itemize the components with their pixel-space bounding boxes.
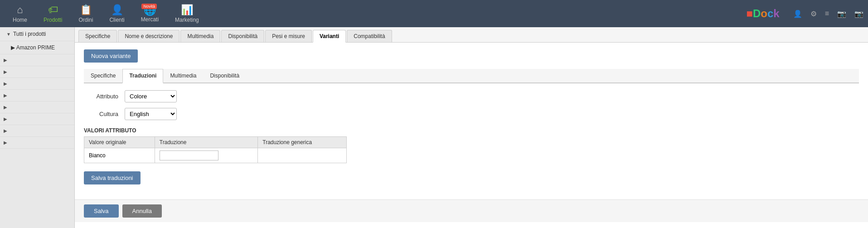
inner-tab-multimedia[interactable]: Multimedia — [163, 69, 203, 82]
clienti-icon: 👤 — [111, 4, 123, 16]
nav-prodotti-label: Prodotti — [44, 17, 62, 23]
attributo-row: Attributo Colore — [84, 90, 859, 102]
marketing-icon: 📊 — [181, 4, 193, 16]
sidebar-expand-4[interactable]: ▶ — [0, 90, 74, 102]
nav-home[interactable]: ⌂ Home — [5, 0, 35, 27]
logo-bullet: ■ — [746, 7, 753, 20]
app-logo: ■ D o c k — [746, 7, 779, 20]
nuova-variante-button[interactable]: Nuova variante — [84, 49, 138, 63]
traduzione-generica-cell — [258, 148, 347, 163]
cultura-select[interactable]: English Italiano Français Deutsch Españo… — [125, 108, 177, 120]
camera-icon[interactable]: 📷 — [837, 10, 846, 18]
chevron-down-icon: ▼ — [6, 32, 11, 37]
attributo-select[interactable]: Colore — [125, 90, 177, 102]
valori-title: VALORI ATTRIBUTO — [84, 127, 859, 134]
expand-arrow-8: ▶ — [4, 140, 7, 145]
col-valore-originale: Valore originale — [84, 137, 155, 148]
sidebar-expand-7[interactable]: ▶ — [0, 125, 74, 137]
screenshot-icon[interactable]: 📷 — [854, 10, 863, 18]
nav-mercati-label: Mercati — [141, 16, 159, 23]
col-traduzione: Traduzione — [155, 137, 257, 148]
sidebar-main-label: Tutti i prodotti — [13, 31, 46, 37]
menu-icon[interactable]: ≡ — [825, 10, 829, 18]
inner-tab-traduzioni[interactable]: Traduzioni — [122, 69, 163, 83]
annulla-button[interactable]: Annulla — [122, 204, 162, 218]
user-icon[interactable]: 👤 — [793, 10, 802, 18]
top-navigation: ⌂ Home 🏷 Prodotti 📋 Ordini 👤 Clienti 🌐 N… — [0, 0, 868, 27]
sidebar-item-tutti-prodotti[interactable]: ▼ Tutti i prodotti — [0, 27, 74, 41]
form-area: Nuova variante Specifiche Traduzioni Mul… — [75, 43, 868, 199]
top-nav-icons: 👤 ⚙ ≡ 📷 📷 — [793, 10, 863, 18]
valore-originale-cell: Bianco — [84, 148, 155, 163]
tab-varianti[interactable]: Varianti — [313, 30, 346, 43]
nav-marketing-label: Marketing — [175, 17, 199, 23]
sidebar-expand-5[interactable]: ▶ — [0, 102, 74, 113]
expand-arrow-4: ▶ — [4, 93, 7, 98]
expand-arrow-7: ▶ — [4, 128, 7, 133]
tab-compatibilita[interactable]: Compatibilità — [347, 30, 392, 42]
valori-table-body: Bianco — [84, 148, 347, 163]
nav-ordini-label: Ordini — [78, 17, 93, 23]
tab-nome-descrizione[interactable]: Nome e descrizione — [118, 30, 179, 42]
sidebar-sub-label: Amazon PRIME — [16, 44, 55, 51]
cultura-row: Cultura English Italiano Français Deutsc… — [84, 108, 859, 120]
valori-table: Valore originale Traduzione Traduzione g… — [84, 136, 347, 163]
valori-section: VALORI ATTRIBUTO Valore originale Traduz… — [84, 127, 859, 193]
sidebar-expand-2[interactable]: ▶ — [0, 66, 74, 78]
valori-table-header: Valore originale Traduzione Traduzione g… — [84, 137, 347, 148]
sidebar-expand-3[interactable]: ▶ — [0, 78, 74, 90]
inner-tab-specifiche[interactable]: Specifiche — [84, 69, 122, 82]
expand-arrow-6: ▶ — [4, 116, 7, 121]
salva-traduzioni-button[interactable]: Salva traduzioni — [84, 171, 141, 184]
nav-clienti-label: Clienti — [109, 17, 124, 23]
logo-c: c — [767, 7, 773, 20]
logo-d: D — [753, 7, 761, 20]
bottom-buttons: Salva Annulla — [75, 199, 868, 222]
inner-tab-disponibilita[interactable]: Disponibilità — [203, 69, 246, 82]
cultura-label: Cultura — [84, 111, 125, 117]
tabs-row: Specifiche Nome e descrizione Multimedia… — [75, 27, 868, 43]
sidebar-expand-8[interactable]: ▶ — [0, 137, 74, 149]
valori-header-row: Valore originale Traduzione Traduzione g… — [84, 137, 347, 148]
tab-multimedia[interactable]: Multimedia — [180, 30, 220, 42]
expand-arrow-5: ▶ — [4, 105, 7, 110]
tab-specifiche[interactable]: Specifiche — [78, 30, 117, 42]
home-icon: ⌂ — [17, 4, 23, 16]
expand-arrow-2: ▶ — [4, 69, 7, 74]
salva-button[interactable]: Salva — [84, 204, 119, 218]
nav-ordini[interactable]: 📋 Ordini — [70, 0, 101, 27]
sidebar: ▼ Tutti i prodotti ▶ Amazon PRIME ▶ ▶ ▶ … — [0, 27, 75, 228]
traduzione-input[interactable] — [160, 150, 218, 160]
sidebar-expand-6[interactable]: ▶ — [0, 113, 74, 125]
col-traduzione-generica: Traduzione generica — [258, 137, 347, 148]
traduzione-cell[interactable] — [155, 148, 257, 163]
sidebar-expand-1[interactable]: ▶ — [0, 54, 74, 66]
main-layout: ▼ Tutti i prodotti ▶ Amazon PRIME ▶ ▶ ▶ … — [0, 27, 868, 228]
nav-mercati[interactable]: 🌐 Novità Mercati — [133, 1, 167, 26]
sidebar-item-amazon-prime[interactable]: ▶ Amazon PRIME — [0, 41, 74, 54]
mercati-badge: Novità — [141, 4, 157, 9]
nav-prodotti[interactable]: 🏷 Prodotti — [35, 0, 70, 27]
ordini-icon: 📋 — [80, 4, 92, 16]
table-row: Bianco — [84, 148, 347, 163]
nav-home-label: Home — [13, 17, 27, 23]
mercati-icon-wrapper: 🌐 Novità — [144, 5, 156, 16]
expand-arrow-1: ▶ — [4, 58, 7, 63]
prodotti-icon: 🏷 — [48, 4, 58, 16]
tab-disponibilita[interactable]: Disponibilità — [221, 30, 264, 42]
nav-items: ⌂ Home 🏷 Prodotti 📋 Ordini 👤 Clienti 🌐 N… — [5, 0, 207, 27]
logo-k: k — [773, 7, 779, 20]
chevron-right-icon: ▶ — [11, 44, 15, 51]
nav-marketing[interactable]: 📊 Marketing — [167, 0, 207, 27]
logo-o: o — [761, 7, 767, 20]
nav-clienti[interactable]: 👤 Clienti — [101, 0, 132, 27]
gear-icon[interactable]: ⚙ — [810, 10, 817, 18]
content-area: Specifiche Nome e descrizione Multimedia… — [75, 27, 868, 228]
tab-pesi-misure[interactable]: Pesi e misure — [265, 30, 312, 42]
expand-arrow-3: ▶ — [4, 81, 7, 86]
logo-area: ■ D o c k 👤 ⚙ ≡ 📷 📷 — [746, 7, 863, 20]
inner-tabs-row: Specifiche Traduzioni Multimedia Disponi… — [84, 69, 859, 83]
attributo-label: Attributo — [84, 93, 125, 100]
